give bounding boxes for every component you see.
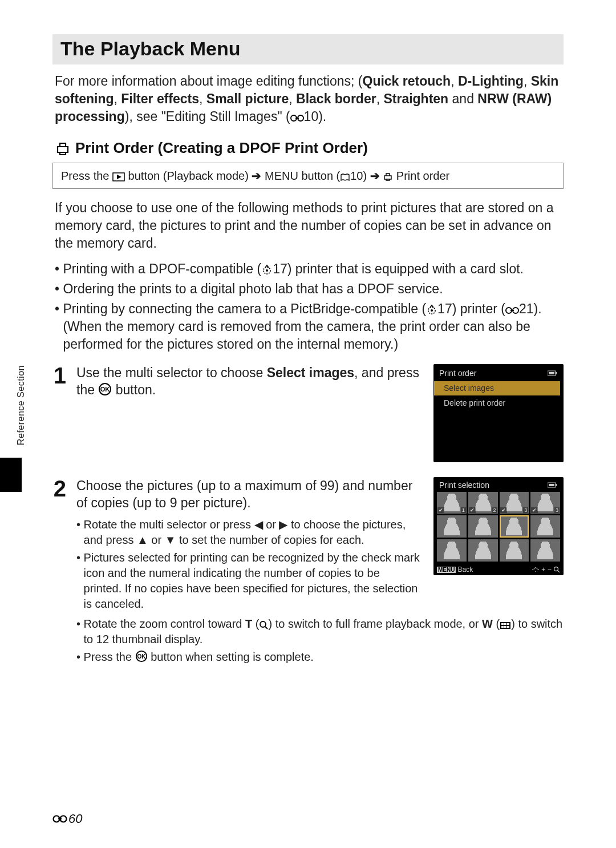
thumbnail (468, 515, 498, 538)
svg-rect-18 (556, 484, 557, 486)
thumbnail-grid-icon (500, 621, 511, 629)
magnify-icon (259, 620, 268, 629)
thumbnail (437, 539, 467, 562)
section-subheading: Print Order (Creating a DPOF Print Order… (55, 139, 561, 157)
thumbnail (500, 515, 529, 538)
svg-point-8 (431, 309, 433, 312)
lcd-menu-item: Delete print order (437, 396, 560, 410)
svg-text:OK: OK (137, 653, 146, 660)
thumbnail: ✔2 (468, 492, 498, 514)
svg-rect-28 (501, 626, 504, 628)
svg-point-20 (554, 567, 558, 571)
thumbnail: ✔3 (530, 492, 560, 514)
svg-rect-30 (507, 626, 509, 628)
battery-icon (548, 480, 558, 490)
svg-rect-19 (549, 484, 554, 486)
svg-line-23 (265, 627, 268, 629)
step-number: 2 (52, 477, 66, 500)
play-button-icon (112, 172, 125, 181)
thumbnail (437, 515, 467, 538)
thumbnail: ✔3 (500, 492, 529, 514)
svg-point-6 (266, 269, 268, 272)
ref-icon (290, 114, 304, 123)
method-list: Printing with a DPOF-compatible (17) pri… (55, 260, 561, 353)
page-number: 60 (52, 811, 82, 826)
lcd-menu-item: Select images (437, 381, 560, 395)
svg-text:OK: OK (100, 386, 110, 393)
step-1: 1 Use the multi selector to choose Selec… (52, 364, 564, 462)
thumbnail (500, 539, 529, 562)
intro-paragraph: For more information about image editing… (55, 72, 561, 126)
svg-rect-26 (504, 623, 506, 625)
svg-point-22 (260, 621, 266, 627)
thumbnail (530, 515, 560, 538)
battery-icon (548, 368, 558, 379)
page-title: The Playback Menu (52, 34, 564, 64)
ref-icon (52, 814, 67, 824)
nav-path-box: Press the button (Playback mode) ➔ MENU … (52, 163, 564, 189)
svg-rect-27 (507, 623, 509, 625)
step-2: 2 Choose the pictures (up to a maximum o… (52, 477, 564, 668)
glossary-icon (426, 304, 437, 315)
lcd-print-selection: Print selection ✔1✔2✔3✔3 MENUBack + − (433, 477, 564, 575)
step-number: 1 (52, 364, 66, 387)
svg-rect-29 (504, 626, 506, 628)
svg-rect-15 (556, 372, 557, 374)
thumbnail (468, 539, 498, 562)
print-order-icon (55, 141, 71, 156)
glossary-icon (261, 264, 273, 275)
lcd-title: Print selection (439, 480, 489, 490)
ok-button-icon: OK (98, 382, 112, 396)
lcd-title: Print order (439, 368, 476, 379)
ok-button-icon: OK (135, 650, 148, 663)
book-ref-icon (340, 173, 350, 181)
thumbnail: ✔1 (437, 492, 467, 514)
print-order-icon (383, 172, 393, 181)
lcd-print-order-menu: Print order Select images Delete print o… (433, 364, 564, 462)
svg-marker-4 (117, 175, 121, 179)
ref-icon (505, 306, 519, 315)
intro-methods-paragraph: If you choose to use one of the followin… (55, 199, 561, 252)
thumbnail (530, 539, 560, 562)
svg-rect-25 (501, 623, 504, 625)
svg-rect-24 (500, 622, 510, 629)
svg-rect-16 (549, 372, 554, 374)
svg-line-21 (558, 571, 560, 572)
